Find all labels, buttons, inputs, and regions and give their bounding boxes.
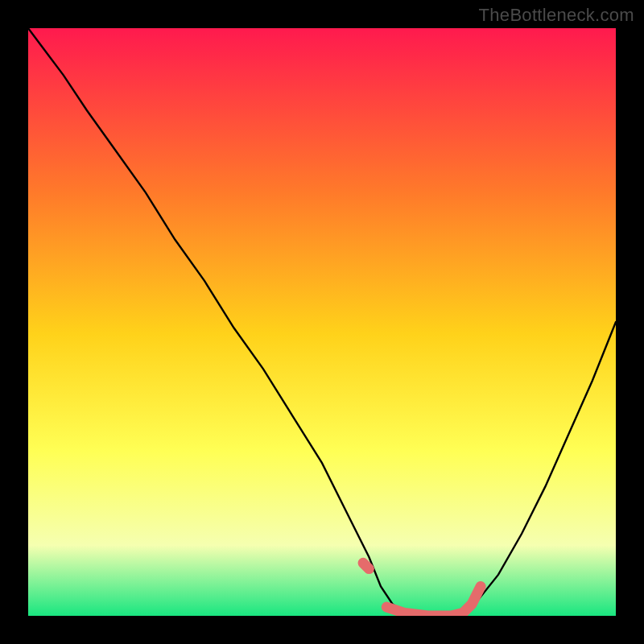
chart-plot <box>28 28 616 616</box>
gradient-background <box>28 28 616 616</box>
highlight-left-dot <box>363 563 369 568</box>
watermark-text: TheBottleneck.com <box>479 5 634 26</box>
chart-svg <box>28 28 616 616</box>
chart-stage: TheBottleneck.com <box>0 0 644 644</box>
